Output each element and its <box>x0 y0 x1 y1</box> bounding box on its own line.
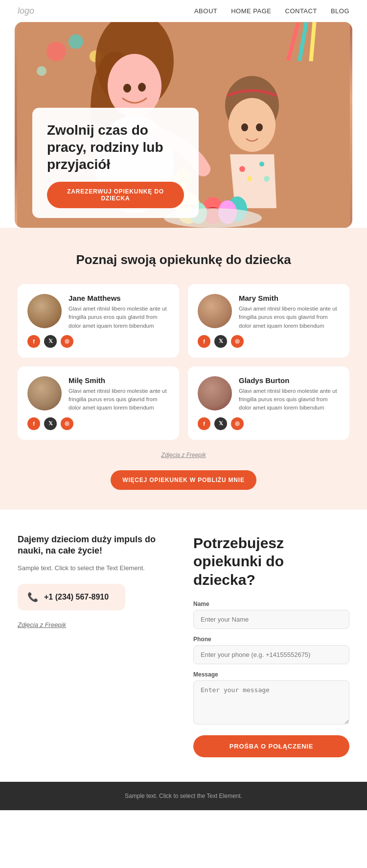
social-x-mary[interactable]: 𝕏 <box>214 335 227 348</box>
name-input[interactable] <box>193 610 349 629</box>
footer: Sample text. Click to select the Text El… <box>0 782 367 810</box>
freepik-note: Zdjęcia z Freepik <box>18 452 349 458</box>
svg-point-5 <box>37 66 46 76</box>
navbar: logo ABOUT HOME PAGE CONTACT BLOG <box>0 0 367 22</box>
social-x-jane[interactable]: 𝕏 <box>44 335 57 348</box>
name-label: Name <box>193 601 349 607</box>
contact-form: Name Phone Message PROŚBA O POŁĄCZENIE <box>193 601 349 757</box>
card-info-gladys: Gladys Burton Glavi amet ritnisl libero … <box>239 376 340 412</box>
footer-text: Sample text. Click to select the Text El… <box>11 793 356 799</box>
social-instagram-mile[interactable]: ◎ <box>61 417 73 430</box>
avatar-mile <box>27 376 62 410</box>
caregivers-grid: Jane Matthews Glavi amet ritnisl libero … <box>18 284 349 440</box>
avatar-gladys <box>198 376 232 410</box>
contact-left-body: Sample text. Click to select the Text El… <box>18 563 174 573</box>
caregiver-card-mile: Milę Smith Glavi amet ritnisl libero mol… <box>18 366 179 440</box>
avatar-mary <box>198 294 232 328</box>
phone-label: Phone <box>193 636 349 643</box>
meet-heading: Poznaj swoją opiekunkę do dziecka <box>18 252 349 267</box>
social-x-mile[interactable]: 𝕏 <box>44 417 57 430</box>
phone-icon: 📞 <box>27 592 38 603</box>
nav-contact[interactable]: CONTACT <box>285 7 317 15</box>
caregiver-bio-mile: Glavi amet ritnisl libero molestie ante … <box>69 387 169 412</box>
message-label: Message <box>193 671 349 678</box>
contact-left-heading: Dajemy dzieciom duży impuls do nauki, na… <box>18 534 174 557</box>
social-facebook-mile[interactable]: f <box>27 417 40 430</box>
social-instagram-jane[interactable]: ◎ <box>61 335 73 348</box>
hero-cta-button[interactable]: ZAREZERWUJ OPIEKUNKĘ DO DZIECKA <box>47 182 184 208</box>
caregiver-bio-jane: Glavi amet ritnisl libero molestie ante … <box>69 305 169 330</box>
nav-homepage[interactable]: HOME PAGE <box>231 7 271 15</box>
caregiver-name-mary: Mary Smith <box>239 294 340 302</box>
caregiver-card-gladys: Gladys Burton Glavi amet ritnisl libero … <box>188 366 349 440</box>
hero-card: Zwolnij czas do pracy, rodziny lub przyj… <box>32 108 199 218</box>
svg-point-10 <box>138 83 146 92</box>
card-info-jane: Jane Matthews Glavi amet ritnisl libero … <box>69 294 169 330</box>
hero-section: Zwolnij czas do pracy, rodziny lub przyj… <box>15 22 352 228</box>
social-x-gladys[interactable]: 𝕏 <box>214 417 227 430</box>
social-facebook-jane[interactable]: f <box>27 335 40 348</box>
logo[interactable]: logo <box>18 6 34 16</box>
svg-point-2 <box>46 42 66 61</box>
caregiver-card-mary: Mary Smith Glavi amet ritnisl libero mol… <box>188 284 349 358</box>
svg-point-3 <box>69 34 83 49</box>
card-info-mary: Mary Smith Glavi amet ritnisl libero mol… <box>239 294 340 330</box>
caregiver-bio-gladys: Glavi amet ritnisl libero molestie ante … <box>239 387 340 412</box>
contact-left: Dajemy dzieciom duży impuls do nauki, na… <box>18 534 174 641</box>
social-facebook-gladys[interactable]: f <box>198 417 210 430</box>
caregiver-name-jane: Jane Matthews <box>69 294 169 302</box>
phone-number: +1 (234) 567-8910 <box>44 593 109 602</box>
svg-point-9 <box>123 84 131 93</box>
caregiver-name-mile: Milę Smith <box>69 376 169 385</box>
caregiver-name-gladys: Gladys Burton <box>239 376 340 385</box>
caregiver-bio-mary: Glavi amet ritnisl libero molestie ante … <box>239 305 340 330</box>
nav-blog[interactable]: BLOG <box>331 7 349 15</box>
hero-title: Zwolnij czas do pracy, rodziny lub przyj… <box>47 121 184 173</box>
card-info-mile: Milę Smith Glavi amet ritnisl libero mol… <box>69 376 169 412</box>
more-caregivers-button[interactable]: WIĘCEJ OPIEKUNEK W POBLIŻU MNIE <box>111 470 256 490</box>
phone-input[interactable] <box>193 645 349 664</box>
message-input[interactable] <box>193 680 349 724</box>
contact-right-heading: Potrzebujesz opiekunki do dziecka? <box>193 534 349 589</box>
freepik-note2: Zdjęcia z Freepik <box>18 620 174 630</box>
contact-section: Dajemy dzieciom duży impuls do nauki, na… <box>0 509 367 782</box>
social-instagram-gladys[interactable]: ◎ <box>231 417 244 430</box>
caregiver-card-jane: Jane Matthews Glavi amet ritnisl libero … <box>18 284 179 358</box>
meet-section: Poznaj swoją opiekunkę do dziecka Jane M… <box>0 228 367 509</box>
nav-links: ABOUT HOME PAGE CONTACT BLOG <box>194 7 349 15</box>
avatar-jane <box>27 294 62 328</box>
submit-button[interactable]: PROŚBA O POŁĄCZENIE <box>193 735 349 757</box>
social-facebook-mary[interactable]: f <box>198 335 210 348</box>
phone-box: 📞 +1 (234) 567-8910 <box>18 584 125 610</box>
nav-about[interactable]: ABOUT <box>194 7 217 15</box>
social-instagram-mary[interactable]: ◎ <box>231 335 244 348</box>
contact-right: Potrzebujesz opiekunki do dziecka? Name … <box>193 534 349 758</box>
